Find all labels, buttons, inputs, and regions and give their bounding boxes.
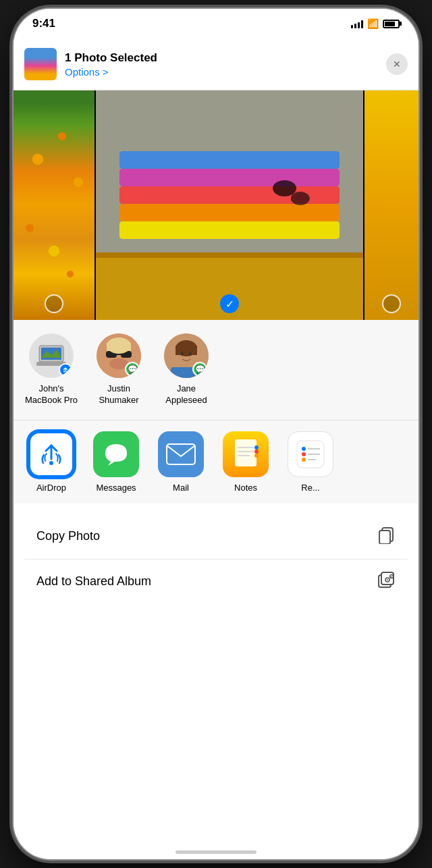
svg-point-42 <box>302 452 306 456</box>
copy-icon-svg <box>377 525 396 544</box>
photo-graffiti[interactable]: ✓ <box>96 90 363 320</box>
album-icon: + <box>377 570 396 593</box>
apps-row: AirDrop Messages Mail <box>14 421 418 504</box>
photo-selection-circle-3 <box>382 294 401 313</box>
svg-rect-28 <box>176 346 197 355</box>
svg-point-52 <box>387 579 388 580</box>
graffiti-svg <box>96 90 363 320</box>
svg-rect-1 <box>119 151 340 169</box>
mail-app-icon <box>158 431 204 477</box>
reminders-icon-svg <box>296 439 325 469</box>
macbook-label: John's MacBook Pro <box>24 383 78 406</box>
justin-messages-badge: 💬 <box>125 362 140 377</box>
photo-selection-circle-1 <box>45 294 63 313</box>
svg-point-41 <box>302 447 306 451</box>
phone-frame: 9:41 📶 1 Photo Selected Options > <box>14 9 418 859</box>
airdrop-badge <box>59 363 72 377</box>
jane-messages-badge: 💬 <box>192 362 207 377</box>
svg-point-7 <box>291 192 310 205</box>
share-close-button[interactable]: ✕ <box>386 53 408 75</box>
svg-rect-33 <box>235 439 256 466</box>
notes-app-icon <box>223 431 269 477</box>
share-thumbnail <box>24 48 57 80</box>
messages-app-item[interactable]: Messages <box>89 431 143 493</box>
svg-point-37 <box>254 445 259 450</box>
album-icon-svg: + <box>377 570 396 589</box>
share-info: 1 Photo Selected Options > <box>57 51 386 78</box>
messages-app-icon <box>93 431 139 477</box>
airdrop-small-icon <box>61 366 70 374</box>
share-title: 1 Photo Selected <box>65 51 386 65</box>
share-options-link[interactable]: Options > <box>65 66 386 78</box>
battery-icon <box>383 20 400 28</box>
mail-icon-svg <box>165 443 196 466</box>
home-indicator <box>176 850 256 854</box>
notes-app-item[interactable]: Notes <box>219 431 273 493</box>
svg-rect-22 <box>107 343 131 351</box>
signal-icon <box>351 19 363 28</box>
person-macbook[interactable]: John's MacBook Pro <box>24 333 78 406</box>
airdrop-app-label: AirDrop <box>36 483 66 493</box>
people-row: John's MacBook Pro <box>14 320 418 421</box>
messages-icon-svg <box>103 441 130 467</box>
airdrop-app-icon <box>28 431 74 477</box>
mail-app-label: Mail <box>173 483 189 493</box>
photo-yellow[interactable] <box>364 90 418 320</box>
svg-point-39 <box>254 454 259 458</box>
jane-avatar: 💬 <box>164 333 209 378</box>
person-justin[interactable]: 💬 Justin Shumaker <box>92 333 146 406</box>
reminders-app-item[interactable]: Re... <box>284 431 338 493</box>
airdrop-icon-svg <box>37 440 65 468</box>
jane-label: Jane Appleseed <box>159 383 213 406</box>
notes-icon-svg <box>231 437 261 472</box>
svg-rect-9 <box>96 252 363 258</box>
svg-rect-48 <box>379 531 390 544</box>
reminders-app-icon <box>288 431 333 477</box>
svg-point-15 <box>63 371 65 373</box>
svg-rect-4 <box>119 204 340 221</box>
copy-photo-label: Copy Photo <box>36 529 100 543</box>
svg-point-6 <box>273 180 296 196</box>
share-header: 1 Photo Selected Options > ✕ <box>14 38 418 90</box>
svg-rect-32 <box>167 444 195 464</box>
action-list: Copy Photo Add to Shared Album <box>24 514 408 604</box>
copy-icon <box>377 525 396 548</box>
messages-app-label: Messages <box>96 483 136 493</box>
status-time: 9:41 <box>32 17 55 30</box>
macbook-avatar <box>29 333 74 378</box>
svg-point-43 <box>302 458 306 462</box>
shared-album-action[interactable]: Add to Shared Album + <box>24 560 408 604</box>
person-jane[interactable]: 💬 Jane Appleseed <box>159 333 213 406</box>
shared-album-label: Add to Shared Album <box>36 574 151 589</box>
justin-label: Justin Shumaker <box>92 383 146 406</box>
photo-flowers[interactable] <box>14 90 94 320</box>
mail-app-item[interactable]: Mail <box>154 431 208 493</box>
close-icon: ✕ <box>393 59 401 70</box>
svg-point-30 <box>189 352 192 355</box>
svg-point-31 <box>49 461 53 465</box>
svg-text:+: + <box>390 574 392 578</box>
status-icons: 📶 <box>351 18 400 29</box>
copy-photo-action[interactable]: Copy Photo <box>24 514 408 560</box>
svg-point-38 <box>254 450 259 454</box>
svg-rect-5 <box>119 221 340 239</box>
svg-point-29 <box>181 352 184 355</box>
svg-point-16 <box>66 371 68 373</box>
notes-app-label: Notes <box>234 483 257 493</box>
justin-avatar: 💬 <box>97 333 141 378</box>
svg-rect-2 <box>119 169 340 186</box>
photo-selection-circle-2: ✓ <box>220 294 239 313</box>
airdrop-app-item[interactable]: AirDrop <box>24 431 78 493</box>
photo-strip: ✓ <box>14 90 418 320</box>
main-content: 1 Photo Selected Options > ✕ <box>14 38 418 859</box>
status-bar: 9:41 📶 <box>14 9 418 38</box>
wifi-icon: 📶 <box>367 18 379 29</box>
reminders-app-label: Re... <box>301 483 319 493</box>
